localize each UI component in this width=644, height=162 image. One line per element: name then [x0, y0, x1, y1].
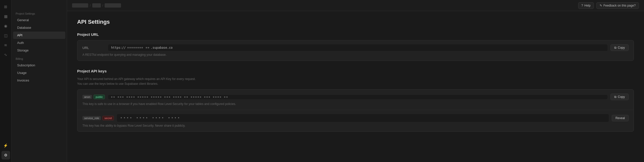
- project-settings-label: Project Settings: [12, 9, 67, 16]
- api-label: API: [17, 33, 22, 37]
- realtime-icon[interactable]: ∿: [2, 50, 10, 59]
- url-row: URL https:// .supabase.co: [77, 40, 634, 61]
- edge-icon[interactable]: ≋: [2, 41, 10, 49]
- settings-sidebar: Project Settings General Database API Au…: [12, 0, 67, 162]
- sidebar-navigation: Project Settings General Database API Au…: [12, 7, 67, 162]
- service-key-value: •••• •••• •••• ••••: [117, 114, 608, 122]
- url-label: URL: [82, 46, 105, 50]
- url-copy-button[interactable]: ⧉ Copy: [610, 44, 629, 51]
- api-keys-title: Project API keys: [77, 69, 634, 73]
- feedback-button[interactable]: ✎ Feedback on this page?: [596, 2, 639, 9]
- url-row-top: URL https:// .supabase.co: [82, 44, 629, 51]
- anon-row-top: anon public: [82, 94, 629, 100]
- main-content: ──── / ── / ──── ? Help ✎ Feedback on th…: [67, 0, 644, 162]
- reports-icon[interactable]: ⚡: [2, 141, 10, 150]
- sidebar-item-storage[interactable]: Storage: [13, 47, 65, 54]
- anon-public-badge: public: [94, 95, 105, 99]
- service-description: This key has the ability to bypass Row L…: [82, 124, 629, 127]
- billing-label: Billing: [12, 54, 67, 61]
- service-row-top: service_role secret •••• •••• •••• •••• …: [82, 114, 629, 122]
- anon-badges: anon public: [82, 95, 105, 99]
- anon-copy-button[interactable]: ⧉ Copy: [610, 94, 629, 100]
- api-keys-description: Your API is secured behind an API gatewa…: [77, 77, 634, 86]
- icon-sidebar: ⊞ ▦ ◉ ◫ ≋ ∿ ⚡ ⚙: [0, 0, 12, 162]
- subscription-label: Subscription: [17, 63, 35, 67]
- service-label-badge: service_role: [82, 116, 101, 120]
- anon-key-dots: [111, 96, 228, 98]
- sidebar-item-general[interactable]: General: [13, 16, 65, 24]
- page-title: API Settings: [77, 19, 634, 25]
- url-suffix: .supabase.co: [151, 46, 173, 49]
- url-value: https:// .supabase.co: [108, 44, 607, 51]
- database-label: Database: [17, 26, 31, 30]
- sidebar-item-database[interactable]: Database: [13, 24, 65, 31]
- sidebar-item-auth[interactable]: Auth: [13, 39, 65, 46]
- topbar: ──── / ── / ──── ? Help ✎ Feedback on th…: [67, 0, 644, 11]
- storage-label: Storage: [17, 48, 29, 52]
- topbar-actions: ? Help ✎ Feedback on this page?: [578, 2, 639, 9]
- sidebar-item-usage[interactable]: Usage: [13, 69, 65, 76]
- anon-label-badge: anon: [82, 95, 92, 99]
- settings-icon-main[interactable]: ⚙: [2, 151, 10, 159]
- service-reveal-button[interactable]: Reveal: [612, 115, 629, 121]
- project-url-card: URL https:// .supabase.co: [77, 40, 634, 61]
- breadcrumb: ──── / ── / ────: [72, 3, 121, 8]
- service-key-row: service_role secret •••• •••• •••• •••• …: [77, 110, 634, 131]
- feedback-icon: ✎: [600, 4, 602, 7]
- table-icon[interactable]: ▦: [2, 12, 10, 21]
- api-keys-card: anon public: [77, 89, 634, 132]
- project-url-section: Project URL URL https://: [77, 32, 634, 61]
- api-keys-section: Project API keys Your API is secured beh…: [77, 69, 634, 132]
- anon-key-value: [108, 95, 607, 99]
- service-key-stars: •••• •••• •••• ••••: [120, 116, 180, 120]
- service-badges: service_role secret: [82, 116, 114, 120]
- usage-label: Usage: [17, 71, 27, 75]
- copy-icon: ⧉: [614, 46, 617, 49]
- storage-icon[interactable]: ◫: [2, 31, 10, 40]
- url-masked-part: [127, 46, 149, 49]
- url-prefix: https://: [111, 46, 126, 49]
- service-secret-badge: secret: [102, 116, 114, 120]
- sidebar-item-api[interactable]: API: [13, 32, 65, 39]
- auth-icon[interactable]: ◉: [2, 22, 10, 30]
- sidebar-item-invoices[interactable]: Invoices: [13, 77, 65, 84]
- auth-label: Auth: [17, 41, 24, 45]
- home-icon[interactable]: ⊞: [2, 3, 10, 11]
- help-icon: ?: [581, 4, 583, 7]
- copy-icon-anon: ⧉: [614, 95, 617, 99]
- sidebar-item-subscription[interactable]: Subscription: [13, 62, 65, 69]
- sidebar-header: [12, 0, 67, 7]
- help-button[interactable]: ? Help: [578, 2, 594, 9]
- page-content: API Settings Project URL URL https://: [67, 11, 644, 162]
- anon-description: This key is safe to use in a browser if …: [82, 102, 629, 106]
- project-url-title: Project URL: [77, 32, 634, 37]
- url-description: A RESTful endpoint for querying and mana…: [82, 53, 629, 57]
- general-label: General: [17, 18, 29, 22]
- invoices-label: Invoices: [17, 78, 29, 82]
- anon-key-row: anon public: [77, 90, 634, 110]
